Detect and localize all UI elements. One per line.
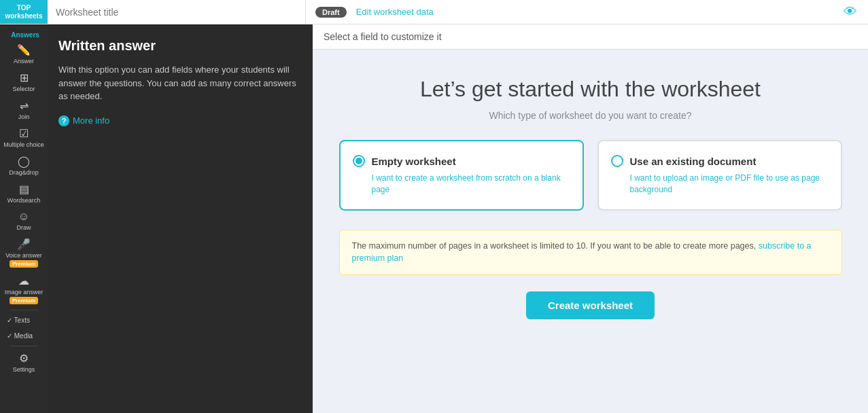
sidebar-item-drag-drop[interactable]: ◯ Drag&drop	[0, 151, 48, 179]
checkmark-texts: ✓	[7, 317, 14, 324]
option-existing-document[interactable]: Use an existing document I want to uploa…	[597, 140, 842, 211]
wordsearch-icon: ▤	[19, 183, 29, 196]
answer-icon: ✏️	[17, 43, 31, 56]
sidebar-texts-label[interactable]: ✓ Texts	[0, 312, 48, 328]
option-empty-worksheet[interactable]: Empty worksheet I want to create a works…	[339, 140, 584, 211]
content-area: Select a field to customize it Let’s get…	[313, 24, 868, 413]
sidebar: Answers ✏️ Answer ⊞ Selector ⇌ Join ☑ Mu…	[0, 24, 48, 413]
premium-badge-image: Premium	[10, 297, 38, 304]
create-worksheet-button[interactable]: Create worksheet	[526, 291, 655, 319]
voice-answer-icon: 🎤	[17, 238, 31, 251]
sidebar-item-wordsearch[interactable]: ▤ Wordsearch	[0, 179, 48, 207]
sidebar-item-label: Settings	[13, 366, 35, 373]
draw-icon: ☺	[18, 211, 29, 223]
sidebar-item-label: Selector	[12, 86, 35, 92]
sidebar-item-label: Voice answer	[5, 252, 42, 259]
checkmark-media: ✓	[7, 332, 14, 340]
more-info-link[interactable]: ? More info	[58, 115, 302, 126]
edit-worksheet-link[interactable]: Edit worksheet data	[356, 7, 434, 17]
worksheet-type-options: Empty worksheet I want to create a works…	[339, 140, 842, 211]
logo[interactable]: TOP worksheets	[0, 0, 48, 24]
sidebar-item-answer[interactable]: ✏️ Answer	[0, 40, 48, 68]
option1-description: I want to create a worksheet from scratc…	[353, 173, 570, 196]
option2-description: I want to upload an image or PDF file to…	[611, 173, 829, 196]
sidebar-item-label: Image answer	[5, 289, 44, 295]
sidebar-item-label: Wordsearch	[7, 197, 40, 204]
sidebar-item-multiple-choice[interactable]: ☑ Multiple choice	[0, 124, 48, 151]
preview-eye-icon[interactable]: 👁	[844, 4, 857, 20]
sidebar-item-join[interactable]: ⇌ Join	[0, 96, 48, 124]
sidebar-divider-2	[10, 346, 38, 346]
more-info-label: More info	[73, 115, 109, 126]
sidebar-media-label[interactable]: ✓ Media	[0, 328, 48, 344]
draft-badge: Draft	[315, 7, 347, 18]
join-icon: ⇌	[20, 99, 29, 112]
sidebar-item-selector[interactable]: ⊞ Selector	[0, 68, 48, 96]
premium-badge-voice: Premium	[10, 260, 38, 268]
drag-drop-icon: ◯	[18, 155, 30, 168]
radio-empty-worksheet[interactable]	[353, 155, 365, 167]
option2-header: Use an existing document	[611, 155, 829, 167]
radio-existing-document[interactable]	[611, 155, 623, 167]
sidebar-item-label: Draw	[16, 224, 31, 231]
worksheet-title-input[interactable]	[48, 0, 306, 24]
sidebar-item-label: Multiple choice	[3, 141, 44, 148]
main-layout: Answers ✏️ Answer ⊞ Selector ⇌ Join ☑ Mu…	[0, 24, 868, 413]
sidebar-item-label: Drag&drop	[9, 169, 39, 176]
field-select-hint: Select a field to customize it	[313, 24, 868, 50]
main-subtitle: Which type of worksheet do you want to c…	[489, 110, 691, 121]
main-heading: Let’s get started with the worksheet	[420, 77, 761, 102]
option1-title: Empty worksheet	[372, 156, 456, 167]
panel-title: Written answer	[58, 38, 302, 54]
written-answer-panel: Written answer With this option you can …	[48, 24, 313, 413]
sidebar-answers-label: Answers	[0, 31, 48, 39]
info-text: The maximum number of pages in a workshe…	[352, 241, 757, 251]
option2-title: Use an existing document	[630, 156, 757, 167]
settings-icon: ⚙	[19, 352, 29, 365]
selector-icon: ⊞	[20, 71, 29, 84]
option1-header: Empty worksheet	[353, 155, 570, 167]
sidebar-divider-1	[10, 310, 38, 310]
top-bar: TOP worksheets Draft Edit worksheet data…	[0, 0, 868, 24]
question-icon: ?	[58, 115, 69, 126]
panel-description: With this option you can add fields wher…	[58, 63, 302, 103]
sidebar-item-voice-answer[interactable]: 🎤 Voice answer Premium	[0, 234, 48, 271]
pages-info-box: The maximum number of pages in a workshe…	[339, 230, 842, 276]
sidebar-item-label: Answer	[14, 58, 34, 65]
sidebar-item-image-answer[interactable]: ☁ Image answer Premium	[0, 271, 48, 308]
content-body: Let’s get started with the worksheet Whi…	[313, 50, 868, 413]
sidebar-item-draw[interactable]: ☺ Draw	[0, 207, 48, 234]
multiple-choice-icon: ☑	[19, 127, 29, 140]
image-answer-icon: ☁	[18, 274, 29, 287]
sidebar-item-label: Join	[18, 113, 30, 120]
sidebar-item-settings[interactable]: ⚙ Settings	[0, 348, 48, 376]
